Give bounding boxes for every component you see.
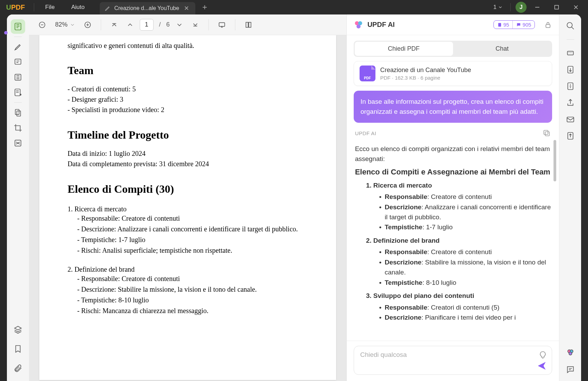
svg-rect-20 [544, 130, 548, 134]
svg-rect-1 [15, 23, 21, 30]
task-detail: - Descrizione: Stabilire la missione, la… [68, 284, 308, 295]
ai-input-area [347, 341, 559, 381]
ai-task-item: 1. Ricerca di mercatoResponsabile: Creat… [366, 181, 552, 232]
divider [34, 3, 34, 11]
user-avatar[interactable]: J [516, 2, 527, 13]
task-detail: - Responsabile: Creatore di contenuti [68, 273, 308, 284]
zoom-in-button[interactable] [81, 19, 94, 31]
add-tab-button[interactable]: + [195, 2, 214, 12]
edit-text-tool[interactable] [11, 70, 25, 84]
search-icon[interactable] [565, 21, 576, 31]
ai-task-detail: Descrizione: Analizzare i canali concorr… [379, 202, 552, 222]
send-button[interactable] [537, 361, 547, 371]
attachment-tool[interactable] [11, 361, 25, 375]
ocr-icon[interactable] [565, 48, 576, 58]
redact-tool[interactable] [11, 136, 25, 150]
ai-task-detail: Descrizione: Pianificare i temi dei vide… [379, 312, 552, 322]
menu-help[interactable]: Aiuto [63, 4, 93, 11]
svg-rect-12 [246, 22, 248, 27]
comment-tool[interactable] [11, 55, 25, 69]
ai-logo-icon [354, 20, 363, 30]
ai-header: UPDF AI 95 905 [347, 14, 559, 35]
timeline-heading: Timeline del Progetto [68, 129, 308, 141]
form-tool[interactable] [11, 85, 25, 100]
zoom-select[interactable]: 82% [52, 20, 78, 30]
menu-file[interactable]: File [37, 4, 63, 11]
bookmark-tool[interactable] [11, 342, 25, 356]
divider [510, 3, 511, 11]
svg-rect-19 [545, 132, 549, 136]
ai-assistant-icon[interactable] [565, 347, 576, 358]
last-page-button[interactable] [189, 19, 202, 31]
task-title: 2. Definizione del brand [68, 265, 308, 273]
highlight-tool[interactable] [11, 40, 25, 54]
export-icon[interactable] [565, 131, 576, 141]
scrollbar-thumb[interactable] [553, 140, 556, 181]
task-detail: - Tempistiche: 1-7 luglio [68, 234, 308, 245]
close-tab-icon[interactable]: ✕ [183, 4, 190, 12]
ai-input[interactable] [360, 351, 535, 359]
divider [101, 19, 101, 30]
svg-rect-2 [15, 59, 21, 64]
share-icon[interactable] [565, 98, 576, 108]
team-line: - Specialisti in produzione video: 2 [68, 104, 308, 115]
ai-tab-ask-pdf[interactable]: Chiedi PDF [355, 42, 453, 56]
ai-input-box [354, 346, 552, 375]
svg-rect-17 [498, 23, 501, 27]
hint-icon[interactable] [539, 351, 547, 359]
left-sidebar [7, 14, 29, 381]
maximize-button[interactable] [548, 0, 565, 14]
ai-credit-badges[interactable]: 95 905 [493, 20, 535, 29]
task-detail: - Responsabile: Creatore di contenuti [68, 213, 308, 224]
first-page-button[interactable] [108, 19, 120, 31]
response-intro: Ecco un elenco di compiti organizzati co… [355, 144, 552, 164]
view-mode-button[interactable] [242, 19, 255, 31]
window-count[interactable]: 1 [491, 2, 506, 12]
ai-task-detail: Responsabile: Creatore di contenuti [379, 247, 552, 257]
task-block: 2. Definizione del brand- Responsabile: … [68, 265, 308, 316]
reader-tool[interactable] [11, 19, 25, 34]
ai-task-title: 1. Ricerca di mercato [366, 181, 552, 191]
copy-icon[interactable] [542, 129, 551, 137]
next-page-button[interactable] [173, 19, 186, 31]
page-number-input[interactable] [140, 19, 154, 31]
task-detail: - Rischi: Mancanza di chiarezza nel mess… [68, 305, 308, 316]
tab-title: Creazione d...ale YouTube [114, 5, 179, 11]
lock-icon[interactable] [544, 21, 552, 29]
prev-page-button[interactable] [124, 19, 136, 31]
feedback-icon[interactable] [565, 364, 576, 375]
svg-rect-7 [17, 111, 21, 116]
pdf-file-icon: PDF [360, 66, 375, 81]
app-logo: UPDF [0, 3, 31, 11]
response-heading: Elenco di Compiti e Assegnazione ai Memb… [355, 167, 552, 177]
divider [208, 19, 209, 30]
document-tab[interactable]: Creazione d...ale YouTube ✕ [100, 2, 195, 14]
ai-tab-chat[interactable]: Chat [453, 42, 551, 56]
pdf-page: significativo e generi contenuti di alta… [39, 35, 336, 380]
document-viewer[interactable]: significativo e generi contenuti di alta… [29, 35, 346, 381]
ai-panel: UPDF AI 95 905 Chiedi PDF Chat PDF Creaz… [346, 14, 559, 381]
crop-tool[interactable] [11, 121, 25, 135]
svg-rect-22 [567, 51, 573, 55]
file-meta: PDF · 162.3 KB · 6 pagine [380, 75, 471, 81]
pencil-icon [105, 5, 111, 11]
ai-task-title: 2. Definizione del brand [366, 236, 552, 246]
ai-response[interactable]: Ecco un elenco di compiti organizzati co… [354, 140, 557, 341]
convert-icon[interactable] [565, 64, 576, 75]
team-line: - Creatori di contenuti: 5 [68, 84, 308, 94]
close-button[interactable] [567, 0, 585, 14]
ai-task-detail: Tempistiche: 8-10 luglio [379, 278, 552, 288]
task-block: 1. Ricerca di mercato- Responsabile: Cre… [68, 205, 308, 256]
svg-rect-25 [567, 117, 574, 122]
organize-tool[interactable] [11, 106, 25, 120]
zoom-out-button[interactable] [36, 19, 48, 31]
email-icon[interactable] [565, 114, 576, 124]
layers-tool[interactable] [11, 322, 25, 337]
ai-title: UPDF AI [368, 21, 395, 29]
svg-rect-13 [249, 22, 251, 27]
minimize-button[interactable] [529, 0, 546, 14]
presentation-button[interactable] [216, 19, 228, 31]
compress-icon[interactable] [565, 81, 576, 91]
svg-point-5 [20, 94, 21, 95]
ai-file-card[interactable]: PDF Creazione di un Canale YouTube PDF ·… [354, 61, 552, 86]
